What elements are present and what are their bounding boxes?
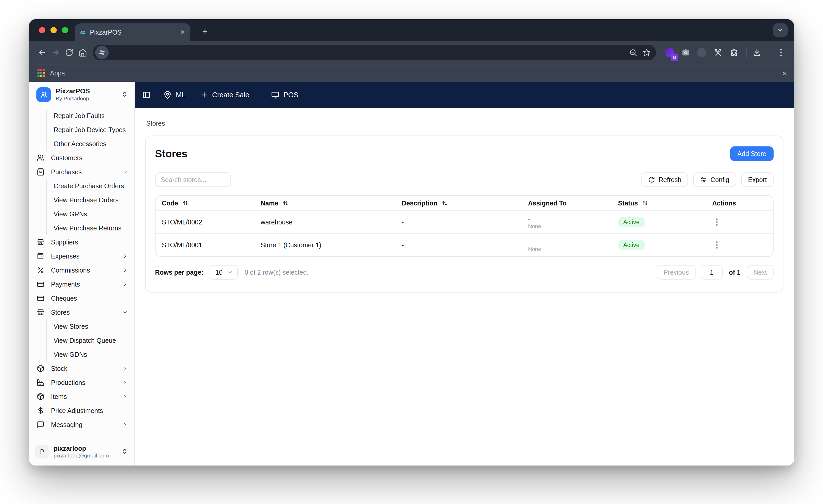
browser-menu-button[interactable] — [774, 46, 788, 59]
sidebar-item-cheques[interactable]: Cheques — [36, 291, 130, 305]
assigned-to-note: None — [528, 223, 541, 229]
table-row-sto-ml-0001[interactable]: STO/ML/0001Store 1 (Customer 1)--NoneAct… — [156, 233, 773, 256]
downloads-button[interactable] — [750, 46, 764, 59]
workspace-switcher[interactable]: PixzarPOS By Pixzarloop — [29, 81, 134, 107]
cell-assigned-to: -None — [522, 234, 612, 256]
forward-button[interactable] — [49, 46, 62, 59]
sidebar-item-stock[interactable]: Stock — [36, 361, 130, 375]
site-settings-button[interactable] — [95, 46, 109, 59]
reload-button[interactable] — [62, 46, 76, 59]
add-store-button[interactable]: Add Store — [730, 146, 774, 161]
column-header-code[interactable]: Code — [156, 196, 255, 210]
chevron-right-icon — [122, 380, 130, 385]
sidebar-item-messaging[interactable]: Messaging — [36, 417, 130, 432]
sidebar-item-label: Expenses — [51, 253, 79, 260]
chevron-down-icon — [122, 310, 130, 315]
sidebar-item-productions[interactable]: Productions — [36, 375, 130, 389]
extension-disabled-button[interactable] — [695, 46, 708, 59]
cell-status: Active — [612, 234, 706, 256]
column-header-status[interactable]: Status — [612, 196, 706, 210]
sidebar-subitem-view-dispatch-queue[interactable]: View Dispatch Queue — [46, 333, 130, 347]
sidebar-subitem-other-accessories[interactable]: Other Accessories — [46, 137, 130, 151]
sidebar-subitem-create-purchase-orders[interactable]: Create Purchase Orders — [46, 179, 130, 193]
extension-notebook-button[interactable]: 8 — [663, 46, 676, 59]
browser-tab[interactable]: ∞ PixzarPOS ✕ — [75, 23, 190, 41]
sidebar-subitem-view-gdns[interactable]: View GDNs — [46, 347, 130, 361]
sidebar-subitem-label: View Purchase Orders — [53, 196, 119, 204]
sidebar-item-price-adjustments[interactable]: Price Adjustments — [36, 403, 130, 417]
export-button[interactable]: Export — [741, 172, 774, 187]
dollar-icon — [36, 406, 45, 415]
sidebar-item-commissions[interactable]: Commissions — [36, 263, 130, 277]
sort-icon[interactable] — [442, 200, 448, 206]
sidebar-subitem-label: Other Accessories — [53, 140, 107, 148]
tab-close-icon[interactable]: ✕ — [180, 29, 185, 35]
search-input[interactable] — [155, 172, 231, 187]
back-button[interactable] — [35, 46, 49, 59]
location-selector[interactable]: ML — [163, 91, 186, 99]
bookmark-star-button[interactable] — [640, 46, 653, 59]
cell-assigned-to: -None — [522, 211, 612, 233]
extension-camera-button[interactable] — [679, 46, 692, 59]
row-actions-button[interactable] — [712, 239, 721, 251]
chevron-down-icon — [777, 27, 784, 33]
sidebar-item-label: Customers — [51, 154, 83, 162]
window-maximize-button[interactable] — [62, 27, 68, 33]
user-menu[interactable]: P pixzarloop pixzarloop@gmail.com — [29, 440, 134, 466]
create-sale-button[interactable]: Create Sale — [200, 91, 250, 99]
window-close-button[interactable] — [39, 27, 45, 33]
users-icon — [36, 154, 45, 162]
stores-table: CodeNameDescriptionAssigned ToStatusActi… — [155, 195, 774, 257]
sidebar-item-expenses[interactable]: Expenses — [36, 249, 130, 263]
sidebar-subitem-view-purchase-orders[interactable]: View Purchase Orders — [46, 193, 130, 207]
sidebar-subitem-repair-job-device-types[interactable]: Repair Job Device Types — [46, 123, 130, 137]
config-button[interactable]: Config — [693, 172, 736, 187]
sidebar-item-customers[interactable]: Customers — [36, 151, 130, 165]
extension-badge: 8 — [671, 53, 678, 61]
tune-icon — [99, 49, 105, 56]
chevron-down-icon — [122, 169, 130, 175]
next-page-button[interactable]: Next — [747, 265, 774, 280]
card-icon — [36, 294, 45, 303]
sidebar-item-payments[interactable]: Payments — [36, 277, 130, 291]
sidebar-item-stores[interactable]: Stores — [36, 305, 130, 319]
tab-title: PixzarPOS — [90, 29, 176, 36]
new-tab-button[interactable]: + — [199, 25, 211, 38]
sidebar-subitem-label: Create Purchase Orders — [53, 182, 124, 190]
window-minimize-button[interactable] — [50, 27, 57, 33]
apps-shortcut[interactable]: Apps — [50, 69, 65, 77]
pos-button[interactable]: POS — [271, 91, 298, 99]
page-number-input[interactable] — [701, 265, 722, 280]
home-button[interactable] — [76, 46, 90, 59]
sidebar-item-items[interactable]: Items — [36, 389, 130, 403]
sidebar-subitem-label: Repair Job Device Types — [53, 126, 126, 134]
sidebar-subitem-label: View GDNs — [53, 351, 87, 358]
sidebar-subitem-repair-job-faults[interactable]: Repair Job Faults — [46, 109, 130, 123]
breadcrumb[interactable]: Stores — [146, 120, 784, 127]
column-header-name[interactable]: Name — [255, 196, 395, 210]
table-row-sto-ml-0002[interactable]: STO/ML/0002warehouse--NoneActive — [156, 210, 773, 233]
previous-page-button[interactable]: Previous — [657, 265, 695, 280]
bookmarks-overflow-button[interactable]: » — [783, 69, 786, 77]
sort-icon[interactable] — [182, 200, 189, 206]
password-manager-button[interactable] — [711, 46, 725, 59]
sidebar-subitem-view-grns[interactable]: View GRNs — [46, 207, 130, 221]
zoom-out-button[interactable] — [626, 46, 640, 59]
cell-name: warehouse — [255, 211, 395, 233]
sidebar-item-suppliers[interactable]: Suppliers — [36, 235, 130, 249]
sort-icon[interactable] — [283, 200, 289, 206]
sidebar-subitem-view-stores[interactable]: View Stores — [46, 319, 130, 333]
address-bar[interactable] — [93, 45, 656, 60]
sidebar-item-purchases[interactable]: Purchases — [36, 165, 130, 179]
rows-per-page-select[interactable]: 10 — [209, 265, 238, 280]
refresh-button[interactable]: Refresh — [641, 172, 688, 187]
extensions-button[interactable] — [727, 46, 741, 59]
tab-search-button[interactable] — [773, 23, 788, 37]
screenshot-stage: ∞ PixzarPOS ✕ + — [0, 0, 823, 504]
sidebar-subitem-view-purchase-returns[interactable]: View Purchase Returns — [46, 221, 130, 235]
column-label: Name — [261, 199, 278, 207]
column-header-description[interactable]: Description — [395, 196, 522, 210]
sidebar-toggle-button[interactable] — [142, 91, 151, 99]
row-actions-button[interactable] — [712, 216, 721, 228]
sort-icon[interactable] — [642, 200, 648, 206]
